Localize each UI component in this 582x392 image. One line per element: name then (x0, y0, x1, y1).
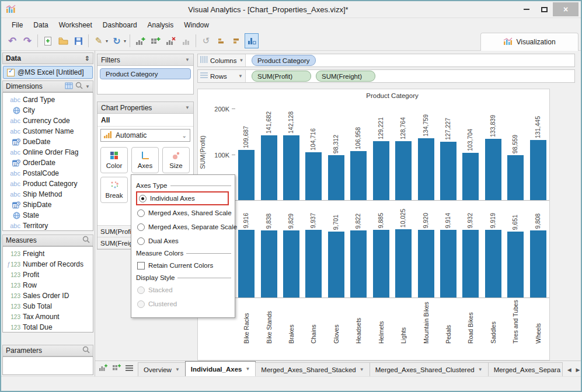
bar[interactable] (305, 230, 322, 298)
chevron-down-icon[interactable]: ▾ (124, 38, 126, 44)
color-button[interactable]: Color (100, 147, 128, 173)
add-dashboard-icon[interactable] (112, 363, 121, 374)
measure-item-row[interactable]: 123Row (3, 280, 93, 290)
bar[interactable] (261, 230, 277, 298)
bar[interactable] (418, 138, 434, 200)
bar[interactable] (507, 155, 524, 200)
bar[interactable] (395, 141, 412, 200)
option-merged-axes-separate-scale[interactable]: Merged Axes, Separate Scale (136, 220, 231, 233)
category-label[interactable]: Brakes (288, 298, 295, 346)
format-painter-icon[interactable]: ✎ (92, 33, 106, 48)
measure-item-tax-amount[interactable]: 123Tax Amount (3, 312, 93, 322)
redo-icon[interactable]: ↷ (20, 33, 34, 48)
sort-descending-icon[interactable] (229, 33, 243, 48)
bar[interactable] (485, 139, 501, 200)
tab-overview[interactable]: Overview▼ (138, 362, 186, 376)
menu-dashboard[interactable]: Dashboard (98, 19, 142, 31)
break-button[interactable]: Break (100, 177, 128, 203)
bar[interactable] (440, 142, 456, 200)
menu-analysis[interactable]: Analysis (143, 19, 179, 31)
swap-axes-icon[interactable]: ↺ (199, 33, 213, 48)
tab-merged-axes-shared-stacked[interactable]: Merged_Axes_Shared_Stacked▼ (255, 362, 370, 376)
bar[interactable] (328, 232, 344, 298)
dimension-item-state[interactable]: State (3, 210, 93, 220)
dimension-item-orderdate[interactable]: 12OrderDate (3, 158, 93, 168)
category-label[interactable]: Saddles (490, 298, 497, 346)
refresh-icon[interactable]: ↻ (110, 33, 124, 48)
bar[interactable] (373, 230, 389, 298)
bar[interactable] (283, 230, 299, 298)
category-label[interactable]: Tires and Tubes (512, 298, 519, 346)
tab-merged-axes-separa[interactable]: Merged_Axes_Separa (488, 362, 563, 376)
dimension-item-city[interactable]: City (3, 105, 93, 116)
show-labels-icon[interactable] (245, 33, 259, 48)
category-label[interactable]: Headsets (355, 298, 362, 346)
dimension-item-shipdate[interactable]: 12ShipDate (3, 200, 93, 210)
columns-shelf-label[interactable]: Columns ▼ (198, 54, 246, 66)
bar[interactable] (507, 232, 524, 298)
tab-individual-axes[interactable]: Individual_Axes▼ (185, 361, 256, 376)
category-label[interactable]: Chains (310, 298, 317, 346)
tabs-scroll-left-icon[interactable]: ◀ (567, 367, 571, 373)
bar[interactable] (283, 135, 299, 200)
dimension-item-customer-name[interactable]: abcCustomer Name (3, 126, 93, 136)
data-source-item[interactable]: @MS Excel [Untitled] (3, 66, 93, 79)
add-worksheet-icon[interactable] (99, 363, 108, 374)
option-individual-axes[interactable]: Individual Axes (136, 191, 229, 205)
chart-placeholder-icon[interactable] (179, 33, 193, 48)
dimension-item-product-category[interactable]: abcProduct Category (3, 178, 93, 189)
worksheet-list-icon[interactable] (126, 364, 133, 374)
chart-type-select[interactable]: Automatic ⌄ (100, 129, 190, 142)
pill-product-category[interactable]: Product Category (100, 68, 191, 79)
sort-ascending-icon[interactable] (214, 33, 228, 48)
measure-item-sub-total[interactable]: 123Sub Total (3, 301, 93, 312)
open-file-icon[interactable] (56, 33, 70, 48)
bar[interactable] (373, 141, 389, 200)
category-label[interactable]: Wheels (535, 298, 542, 346)
bar[interactable] (485, 230, 501, 298)
new-document-icon[interactable] (41, 33, 55, 48)
category-label[interactable]: Bike Stands (266, 298, 273, 346)
category-label[interactable]: Mountain Bikes (423, 298, 430, 346)
dimension-item-currency-code[interactable]: abcCurrency Code (3, 116, 93, 126)
size-button[interactable]: Size (162, 147, 190, 173)
visualization-tab[interactable]: Visualization (480, 33, 578, 51)
bar[interactable] (350, 151, 367, 200)
bar[interactable] (440, 230, 456, 298)
bar[interactable] (305, 152, 322, 200)
dimension-item-card-type[interactable]: abcCard Type (3, 94, 93, 105)
remove-chart-icon[interactable] (163, 33, 177, 48)
chevron-down-icon[interactable]: ▼ (185, 57, 190, 62)
measure-item-profit[interactable]: 123Profit (3, 270, 93, 280)
search-icon[interactable] (82, 346, 90, 355)
option-retain-current-colors[interactable]: Retain Current Colors (136, 259, 231, 272)
menu-data[interactable]: Data (29, 19, 53, 31)
tabs-scroll-right-icon[interactable]: ▶ (576, 367, 580, 373)
option-dual-axes[interactable]: Dual Axes (136, 235, 231, 247)
measure-item-total-due[interactable]: 123Total Due (3, 322, 93, 332)
measure-item-number-of-records[interactable]: ƒ123Number of Records (3, 259, 93, 270)
chevron-down-icon[interactable]: ▼ (238, 74, 243, 79)
dimension-item-postalcode[interactable]: abcPostalCode (3, 168, 93, 178)
option-merged-axes-shared-scale[interactable]: Merged Axes, Shared Scale (136, 206, 231, 219)
pill-sum-freight[interactable]: SUM(Freight) (316, 71, 375, 82)
menu-file[interactable]: File (7, 19, 27, 31)
category-label[interactable]: Gloves (333, 298, 340, 346)
save-icon[interactable] (71, 33, 85, 48)
menu-window[interactable]: Window (179, 19, 214, 31)
category-label[interactable]: Helmets (378, 298, 385, 346)
chevron-down-icon[interactable]: ▼ (185, 105, 190, 110)
scope-tab-all[interactable]: All (97, 114, 193, 127)
chevron-down-icon[interactable]: ▾ (106, 38, 108, 44)
rows-shelf-label[interactable]: Rows ▼ (198, 70, 246, 82)
chevron-down-icon[interactable]: ▼ (478, 367, 483, 372)
bar[interactable] (462, 230, 479, 298)
view-data-icon[interactable] (65, 82, 73, 91)
collapse-expand-icon[interactable]: ⇕ (85, 55, 90, 62)
search-icon[interactable] (82, 236, 90, 245)
dimension-item-ship-method[interactable]: abcShip Method (3, 189, 93, 200)
chevron-down-icon[interactable]: ▼ (85, 84, 90, 89)
bar[interactable] (238, 230, 255, 298)
bar[interactable] (350, 230, 367, 298)
pill-sum-profit[interactable]: SUM(Profit) (252, 71, 311, 82)
